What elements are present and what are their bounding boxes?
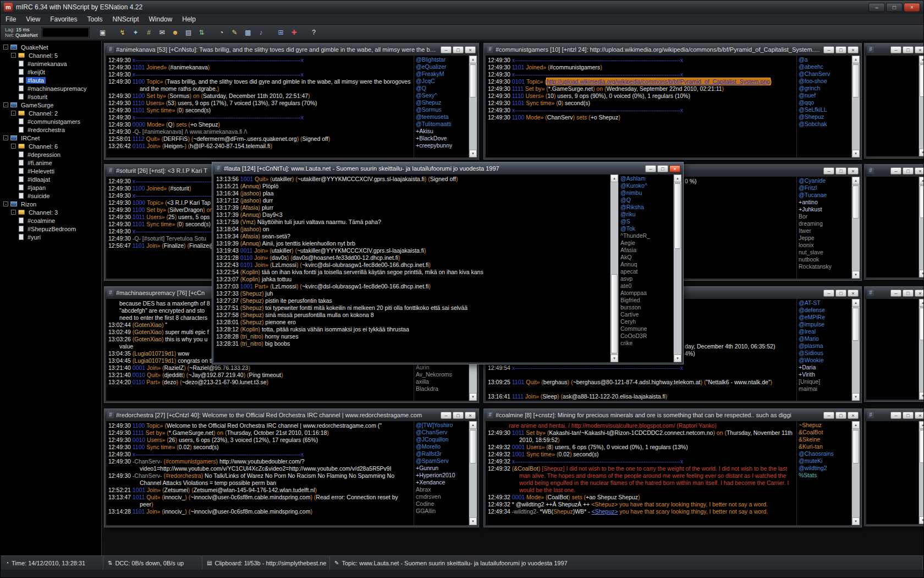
tree-network-gamesurge[interactable]: -GameSurge (1, 101, 101, 109)
nnscript-grid-button[interactable]: ⊞ (276, 27, 287, 38)
nick-item[interactable]: +Juhkust (799, 206, 851, 213)
scroll-up-button[interactable]: ▲ (610, 175, 618, 182)
nicklist-scrollbar[interactable]: ▲▼ (851, 299, 860, 401)
minimize-button[interactable]: – (441, 412, 452, 419)
collapse-toggle[interactable]: - (11, 210, 16, 215)
chat-scrollbar[interactable]: ▲▼ (610, 175, 618, 362)
nick-item[interactable]: @JCoquillon (416, 436, 469, 443)
nick-item[interactable]: Codine (416, 500, 469, 508)
nick-item[interactable]: @SeLfkiLL (799, 106, 851, 113)
menu-tools[interactable]: Tools (82, 14, 108, 24)
nick-item[interactable]: @abeehc (799, 63, 851, 70)
nick-item[interactable]: @plasma (799, 342, 851, 350)
nick-item[interactable]: axilla (416, 378, 469, 385)
window-titlebar[interactable]: #–□× (865, 43, 923, 56)
tree-network-rizon[interactable]: -Rizon (1, 200, 101, 208)
scrollbar-track[interactable] (919, 184, 923, 270)
scrollbar-track[interactable] (852, 429, 860, 517)
query-button[interactable]: ✉ (157, 27, 168, 38)
scroll-up-button[interactable]: ▲ (919, 56, 923, 63)
nick-item[interactable]: @foo-shoe (799, 78, 851, 85)
scroll-up-button[interactable]: ▲ (852, 177, 860, 184)
tree-folder[interactable]: -Channel: 3 (1, 208, 101, 216)
nick-item[interactable]: +BlackDove (416, 135, 469, 142)
nick-item[interactable]: @grinch (799, 85, 851, 92)
minimize-button[interactable]: – (890, 167, 901, 175)
chat-scrollbar[interactable]: ▲▼ (919, 56, 923, 156)
nick-item[interactable]: @Blightstar (416, 56, 469, 63)
tree-channel-communistgamers[interactable]: #communistgamers (1, 117, 101, 126)
scroll-up-button[interactable]: ▲ (674, 175, 681, 182)
nick-item[interactable]: @ChanServ (416, 429, 469, 436)
nicklist-scrollbar[interactable]: ▲▼ (851, 421, 860, 525)
nick-item[interactable]: @Shepuz (799, 113, 851, 121)
tree-channel-keij0t[interactable]: #keij0t (1, 68, 101, 76)
menu-file[interactable]: File (1, 14, 21, 24)
scrollbar-thumb[interactable] (853, 430, 859, 464)
window-titlebar[interactable]: ##animekanava [53] [+CnNstu]: Twas brill… (105, 43, 479, 56)
nick-item[interactable]: @Q (620, 197, 673, 204)
nick-item[interactable]: Cartive (620, 311, 673, 318)
nick-item[interactable]: @Tulitomaatti (416, 121, 469, 128)
statusbar-clipboard[interactable]: ▤Clipboard: 1l/53b - http://simplythebes… (202, 556, 330, 570)
tree-channel-lauta[interactable]: #lauta (1, 76, 101, 84)
nick-item[interactable]: @Tucanae (799, 192, 851, 199)
scrollbar-thumb[interactable] (920, 308, 923, 340)
nick-item[interactable]: Bigfried (620, 297, 673, 304)
nick-item[interactable]: Ceryh (620, 318, 673, 325)
app-minimize-button[interactable]: – (868, 3, 885, 12)
scrollbar-thumb[interactable] (611, 274, 618, 353)
collapse-toggle[interactable]: - (11, 144, 16, 149)
minimize-button[interactable]: – (890, 46, 901, 53)
nick-item[interactable]: loonix (799, 242, 851, 249)
scroll-down-button[interactable]: ▼ (919, 516, 923, 524)
nick-item[interactable]: @Shepuz (416, 99, 469, 106)
nick-item[interactable]: nutbook (799, 256, 851, 263)
window-titlebar[interactable]: ##lauta [124] [+cCnNtTu]: www.Lauta.net … (212, 162, 683, 175)
options-button[interactable]: ✦ (130, 27, 141, 38)
nick-item[interactable]: @teemuseta (416, 113, 469, 121)
nick-item[interactable]: @Sormus (416, 106, 469, 113)
nick-item[interactable]: Jeppe (799, 235, 851, 242)
minimize-button[interactable]: – (823, 167, 834, 175)
statusbar-dcc[interactable]: ⇅DCC: 0B/s down, 0B/s up (103, 556, 202, 570)
nick-item[interactable]: @Fritzl (799, 184, 851, 192)
nick-item[interactable]: +Akisu (416, 128, 469, 135)
nick-item[interactable]: CoOoD3R (620, 332, 673, 340)
nick-item[interactable]: Afasia (620, 247, 673, 254)
scroll-down-button[interactable]: ▼ (469, 150, 477, 157)
tree-folder[interactable]: -Channel: 2 (1, 109, 101, 117)
nick-item[interactable]: @wildting2 (799, 465, 851, 472)
scripts-editor-button[interactable]: ✎ (229, 27, 240, 38)
scroll-down-button[interactable]: ▼ (919, 392, 923, 400)
window-titlebar[interactable]: ##redorchestra [27] [+cCntzl 40]: Welcom… (105, 409, 479, 421)
scrollbar-thumb[interactable] (470, 430, 476, 464)
nick-item[interactable]: @Cyanide (799, 177, 851, 184)
close-button[interactable]: × (669, 165, 680, 172)
nick-item[interactable]: @Sexy^ (416, 92, 469, 99)
nick-item[interactable]: @Q (416, 85, 469, 92)
url-link[interactable]: http://upload.wikimedia.org/wikipedia/co… (547, 78, 770, 85)
maximize-button[interactable]: □ (903, 412, 914, 419)
minimize-button[interactable]: – (645, 165, 656, 172)
statusbar-time[interactable]: ◔Time: 14/12/2010, 13:28:31 (1, 556, 103, 570)
nick-item[interactable]: AkQ (620, 254, 673, 261)
scrollbar-thumb[interactable] (920, 430, 923, 463)
collapse-toggle[interactable]: - (3, 201, 8, 206)
nick-item[interactable]: +Daria (799, 364, 851, 371)
chat-scrollbar[interactable]: ▲▼ (919, 299, 923, 400)
nick-item[interactable]: @[TW]Yoshiro (416, 422, 469, 429)
notepad-button[interactable]: ▦ (243, 27, 254, 38)
window-titlebar[interactable]: #–□× (865, 287, 923, 299)
tree-folder[interactable]: -Channel: 5 (1, 51, 101, 59)
nick-item[interactable]: [Unique] (799, 378, 851, 385)
nick-item[interactable]: +creepybunny (416, 142, 469, 149)
nicklist-scrollbar[interactable]: ▲▼ (469, 421, 477, 525)
nnscript-add-button[interactable]: ✚ (289, 27, 300, 38)
statusbar-topic[interactable]: ✎Topic: www.Lauta.net - Suomen suurin sk… (330, 556, 923, 570)
tree-channel-coalmine[interactable]: #coalmine (1, 216, 101, 225)
scrollbar-thumb[interactable] (920, 186, 923, 218)
maximize-button[interactable]: □ (903, 46, 914, 53)
nick-item[interactable]: +Gunrun (416, 465, 469, 472)
tree-channel-idlaajat[interactable]: #idlaajat (1, 175, 101, 183)
